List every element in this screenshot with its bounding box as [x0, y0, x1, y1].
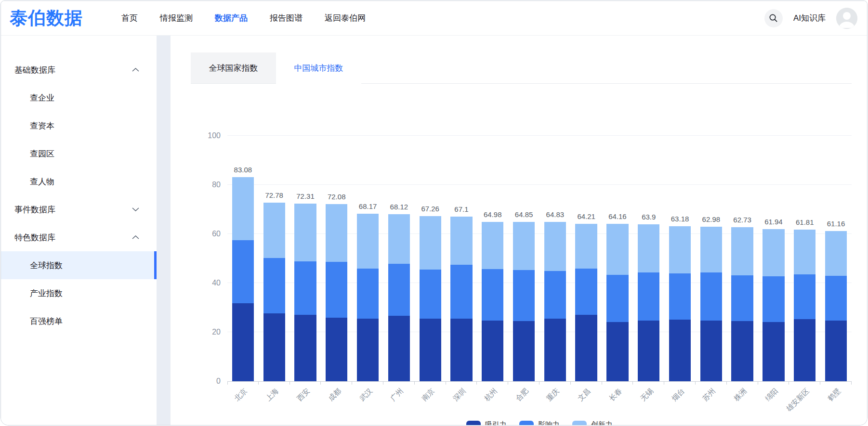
sidebar-item-companies[interactable]: 查企业 — [1, 84, 157, 112]
search-button[interactable] — [764, 9, 783, 27]
x-axis-label: 西安 — [295, 387, 312, 403]
legend-label: 影响力 — [538, 420, 560, 426]
bar-武汉[interactable] — [357, 214, 379, 381]
sidebar-group-featured-db[interactable]: 特色数据库 — [1, 223, 157, 251]
bar-segment-创新力 — [638, 224, 659, 272]
x-cell: 成都 — [321, 382, 352, 419]
bar-长春[interactable] — [606, 224, 628, 381]
main-content: 全球国家指数 中国城市指数 020406080100 83.0872.7872.… — [171, 36, 867, 425]
bar-北京[interactable] — [232, 177, 254, 381]
sidebar-group-basic-db[interactable]: 基础数据库 — [1, 56, 157, 84]
bar-segment-吸引力 — [263, 313, 285, 381]
sidebar-item-industry-index[interactable]: 产业指数 — [1, 279, 157, 307]
x-cell: 合肥 — [508, 382, 539, 419]
bar-value-label: 68.17 — [359, 202, 377, 210]
x-axis-label: 鹤壁 — [826, 387, 842, 403]
bar-cell: 64.16 — [602, 136, 633, 381]
bar-segment-吸引力 — [513, 321, 535, 381]
bar-深圳[interactable] — [450, 217, 472, 381]
bar-成都[interactable] — [326, 204, 347, 381]
bar-株洲[interactable] — [731, 227, 753, 381]
x-cell: 上海 — [259, 382, 290, 419]
bar-segment-创新力 — [232, 177, 254, 240]
tab-global-country-index[interactable]: 全球国家指数 — [191, 52, 276, 84]
bar-鹤壁[interactable] — [825, 231, 847, 381]
bar-苏州[interactable] — [700, 227, 722, 381]
bar-segment-创新力 — [450, 217, 472, 265]
bar-segment-影响力 — [669, 273, 691, 320]
bar-重庆[interactable] — [544, 222, 566, 381]
bar-segment-创新力 — [544, 222, 566, 271]
bar-cell: 63.18 — [664, 136, 696, 381]
bar-合肥[interactable] — [513, 222, 535, 381]
bar-南京[interactable] — [420, 216, 441, 381]
logo[interactable]: 泰伯数据 — [10, 6, 83, 30]
bar-cell: 62.73 — [727, 136, 758, 381]
bar-segment-影响力 — [606, 275, 628, 322]
legend-item-吸引力[interactable]: 吸引力 — [466, 420, 507, 426]
bar-cell: 68.12 — [383, 136, 415, 381]
bar-segment-影响力 — [388, 264, 410, 316]
y-tick-label: 100 — [208, 131, 221, 140]
bar-上海[interactable] — [263, 203, 285, 381]
sidebar-item-people[interactable]: 查人物 — [1, 168, 157, 195]
bar-value-label: 62.73 — [733, 216, 751, 224]
nav-item-intel-monitoring[interactable]: 情报监测 — [160, 13, 193, 24]
bar-value-label: 63.18 — [671, 215, 689, 223]
bar-cell: 61.81 — [789, 136, 820, 381]
nav-item-back-to-taibo[interactable]: 返回泰伯网 — [325, 13, 366, 24]
bar-cell: 64.83 — [539, 136, 571, 381]
bar-value-label: 64.85 — [515, 210, 533, 219]
y-tick-label: 60 — [212, 230, 221, 238]
sidebar-item-parks[interactable]: 查园区 — [1, 140, 157, 168]
bar-segment-吸引力 — [482, 321, 503, 381]
sidebar-item-capital[interactable]: 查资本 — [1, 112, 157, 140]
bar-雄安新区[interactable] — [794, 230, 815, 381]
avatar[interactable] — [836, 8, 857, 29]
bar-广州[interactable] — [388, 214, 410, 381]
bar-value-label: 72.08 — [328, 193, 346, 201]
bar-无锡[interactable] — [638, 224, 659, 381]
x-cell: 无锡 — [633, 382, 664, 419]
bar-segment-影响力 — [638, 272, 659, 320]
bar-烟台[interactable] — [669, 226, 691, 381]
sidebar-item-global-index[interactable]: 全球指数 — [1, 251, 157, 279]
x-cell: 绵阳 — [758, 382, 789, 419]
bar-segment-影响力 — [420, 270, 441, 319]
bar-文昌[interactable] — [575, 224, 597, 381]
x-axis-label: 文昌 — [576, 387, 593, 403]
bar-绵阳[interactable] — [763, 229, 784, 381]
x-axis-labels: 北京上海西安成都武汉广州南京深圳杭州合肥重庆文昌长春无锡烟台苏州株洲绵阳雄安新区… — [227, 382, 852, 419]
bar-cell: 67.1 — [446, 136, 477, 381]
ai-knowledge-base-link[interactable]: AI知识库 — [793, 13, 826, 24]
bar-segment-吸引力 — [420, 319, 441, 381]
bar-segment-创新力 — [420, 216, 441, 270]
bar-cell: 64.98 — [477, 136, 508, 381]
bar-segment-影响力 — [450, 265, 472, 319]
nav-item-data-products[interactable]: 数据产品 — [215, 13, 248, 24]
x-axis-label: 合肥 — [513, 387, 530, 403]
bar-杭州[interactable] — [482, 222, 503, 381]
bar-segment-创新力 — [575, 224, 597, 269]
bar-segment-吸引力 — [357, 319, 379, 381]
bar-cell: 63.9 — [633, 136, 664, 381]
sidebar-group-event-db[interactable]: 事件数据库 — [1, 195, 157, 223]
sidebar-item-top100-lists[interactable]: 百强榜单 — [1, 307, 157, 335]
bar-cell: 62.98 — [696, 136, 727, 381]
bar-segment-创新力 — [326, 204, 347, 262]
bar-segment-影响力 — [326, 262, 347, 318]
y-tick-label: 20 — [212, 328, 221, 336]
bar-segment-吸引力 — [575, 315, 597, 381]
nav-item-report-atlas[interactable]: 报告图谱 — [270, 13, 302, 24]
tab-china-city-index[interactable]: 中国城市指数 — [276, 52, 361, 84]
bar-cell: 61.94 — [758, 136, 789, 381]
bar-西安[interactable] — [294, 204, 316, 381]
bar-segment-吸引力 — [326, 318, 347, 381]
bar-value-label: 61.94 — [764, 218, 783, 226]
nav-item-home[interactable]: 首页 — [121, 13, 138, 24]
bar-value-label: 61.81 — [796, 218, 814, 226]
legend-item-影响力[interactable]: 影响力 — [519, 420, 560, 426]
bar-value-label: 64.83 — [546, 210, 565, 219]
legend-item-创新力[interactable]: 创新力 — [572, 420, 613, 426]
bar-segment-吸引力 — [763, 322, 784, 381]
